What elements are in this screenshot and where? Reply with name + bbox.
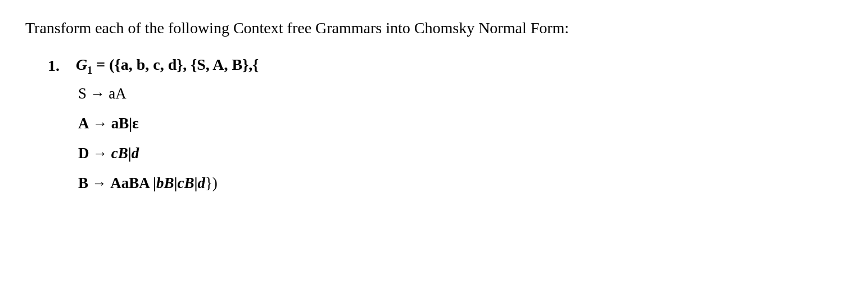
- grammar-subscript: 1: [87, 64, 92, 75]
- prod-b-arrow: →: [92, 175, 111, 191]
- grammar-symbol: G: [76, 56, 87, 73]
- prod-s-arrow: →: [91, 86, 109, 102]
- production-a: A → aB|ε: [78, 114, 259, 133]
- production-d: D → cB|d: [78, 144, 259, 163]
- prod-a-rhs: aB|ε: [111, 115, 139, 132]
- grammar-definition: = ({a, b, c, d}, {S, A, B},{: [92, 56, 259, 73]
- prod-s-lhs: S: [78, 85, 87, 102]
- problem-number-1: 1.: [48, 56, 76, 75]
- prod-d-arrow: →: [93, 145, 111, 162]
- problem-list: 1. G1 = ({a, b, c, d}, {S, A, B},{ S → a…: [25, 56, 843, 194]
- prod-s-rhs: aA: [108, 85, 126, 102]
- production-s: S → aA: [78, 84, 259, 104]
- prod-b-lhs: B: [78, 175, 88, 191]
- intro-paragraph: Transform each of the following Context …: [25, 17, 843, 40]
- page-content: Transform each of the following Context …: [25, 17, 843, 194]
- prod-a-arrow: →: [93, 115, 111, 132]
- prod-d-rhs: cB|d: [111, 145, 139, 162]
- prod-a-lhs: A: [78, 115, 89, 132]
- prod-b-rhs: AaBA |bB|cB|d}): [110, 175, 218, 191]
- production-b: B → AaBA |bB|cB|d}): [78, 173, 259, 193]
- problem-item-1: 1. G1 = ({a, b, c, d}, {S, A, B},{ S → a…: [48, 56, 843, 194]
- intro-text: Transform each of the following Context …: [25, 19, 569, 37]
- production-lines: S → aA A → aB|ε D → cB|d: [78, 84, 259, 193]
- prod-d-lhs: D: [78, 145, 89, 162]
- grammar-block-1: G1 = ({a, b, c, d}, {S, A, B},{ S → aA A…: [76, 56, 259, 194]
- grammar-title-1: G1 = ({a, b, c, d}, {S, A, B},{: [76, 56, 259, 77]
